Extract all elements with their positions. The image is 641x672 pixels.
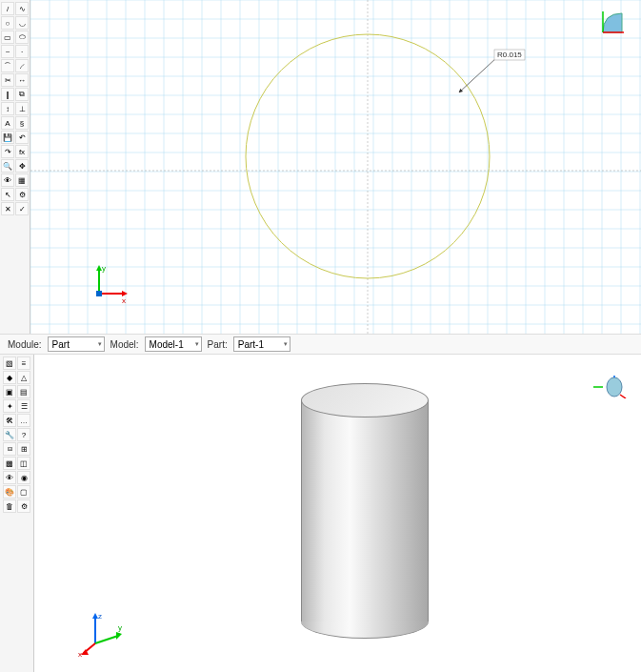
- view-button[interactable]: 👁: [1, 173, 14, 187]
- ellipse-button[interactable]: ⬭: [15, 31, 29, 44]
- query-button[interactable]: ?: [17, 428, 30, 441]
- redo-button[interactable]: ↷: [1, 145, 14, 158]
- part-manager-button[interactable]: ≡: [17, 356, 30, 370]
- done-button[interactable]: ✓: [15, 202, 29, 215]
- grid-button[interactable]: ▦: [15, 173, 29, 187]
- repair-button[interactable]: 🔧: [3, 428, 16, 441]
- delete-button[interactable]: 🗑: [3, 499, 16, 513]
- create-part-button[interactable]: ▧: [3, 356, 16, 370]
- render-button[interactable]: ◉: [17, 471, 30, 484]
- module-select[interactable]: Part: [48, 336, 105, 352]
- svg-marker-68: [116, 632, 122, 640]
- trim-button[interactable]: ✂: [1, 73, 14, 87]
- datum-button[interactable]: ✦: [3, 399, 16, 413]
- point-button[interactable]: ·: [15, 45, 29, 58]
- fillet-button[interactable]: ⌒: [1, 59, 14, 72]
- sets-button[interactable]: ☰: [17, 399, 30, 413]
- misc-button[interactable]: …: [17, 414, 30, 427]
- mesh-button[interactable]: ▩: [3, 457, 16, 470]
- zoom-button[interactable]: 🔍: [1, 159, 14, 173]
- section-button[interactable]: ◫: [17, 457, 30, 470]
- partition-button[interactable]: ▤: [17, 385, 30, 398]
- options-button[interactable]: ⚙: [15, 188, 29, 201]
- options-button[interactable]: ⚙: [17, 499, 30, 513]
- shape-button[interactable]: ◆: [3, 371, 16, 384]
- exit-button[interactable]: ✕: [1, 202, 14, 215]
- undo-button[interactable]: ↶: [15, 131, 29, 144]
- svg-marker-65: [92, 613, 98, 619]
- offset-button[interactable]: ‖: [1, 88, 14, 101]
- part-select[interactable]: Part-1: [233, 336, 290, 352]
- mirror-button[interactable]: ⧉: [15, 88, 29, 101]
- chamfer-button[interactable]: ⟋: [15, 59, 29, 72]
- model-select[interactable]: Model-1: [145, 336, 202, 352]
- part-toolbar: ▧≡◆△▣▤✦☰🛠…🔧?⧈⊞▩◫👁◉🎨▢🗑⚙: [0, 355, 34, 672]
- symbol-button[interactable]: §: [15, 116, 29, 130]
- context-bar: Module: Part Model: Model-1 Part: Part-1: [0, 334, 641, 355]
- instance-button[interactable]: ⊞: [17, 442, 30, 456]
- module-label: Module:: [8, 339, 42, 350]
- text-button[interactable]: A: [1, 116, 14, 130]
- fx-button[interactable]: fx: [15, 145, 29, 158]
- pan-button[interactable]: ✥: [15, 159, 29, 173]
- part-csys-triad: z y x: [78, 611, 126, 659]
- svg-point-73: [607, 377, 622, 397]
- svg-line-76: [620, 395, 626, 398]
- sketch-canvas[interactable]: R0.015 y x: [30, 0, 641, 334]
- svg-line-53: [459, 57, 497, 92]
- geometry-button[interactable]: △: [17, 371, 30, 384]
- svg-marker-71: [81, 649, 89, 655]
- arc-button[interactable]: ◡: [15, 16, 29, 30]
- radius-dimension[interactable]: R0.015: [459, 50, 525, 92]
- dimension-button[interactable]: ↕: [1, 102, 14, 115]
- spline-button[interactable]: ~: [1, 45, 14, 58]
- save-button[interactable]: 💾: [1, 131, 14, 144]
- part-pane: Module: Part Model: Model-1 Part: Part-1…: [0, 334, 641, 672]
- svg-line-67: [95, 636, 118, 643]
- radius-dimension-text: R0.015: [497, 51, 522, 59]
- rectangle-button[interactable]: ▭: [1, 31, 14, 44]
- model-label: Model:: [110, 339, 139, 350]
- color-button[interactable]: 🎨: [3, 485, 16, 499]
- extend-button[interactable]: ↔: [15, 73, 29, 87]
- part-label: Part:: [208, 339, 228, 350]
- assembly-button[interactable]: ⧈: [3, 442, 16, 456]
- svg-text:x: x: [78, 650, 82, 659]
- sketch-pane: /∿○◡▭⬭~·⌒⟋✂↔‖⧉↕⊥A§💾↶↷fx🔍✥👁▦↖⚙✕✓ R0.015 y: [0, 0, 641, 334]
- display-button[interactable]: ▢: [17, 485, 30, 499]
- part-canvas[interactable]: z y x: [34, 355, 641, 672]
- circle-button[interactable]: ○: [1, 16, 14, 30]
- svg-text:y: y: [118, 623, 122, 632]
- line-button[interactable]: /: [1, 2, 14, 15]
- select-button[interactable]: ↖: [1, 188, 14, 201]
- constraint-button[interactable]: ⊥: [15, 102, 29, 115]
- view-orientation-cube[interactable]: [591, 376, 628, 398]
- tools-button[interactable]: 🛠: [3, 414, 16, 427]
- part-cylinder[interactable]: [301, 383, 429, 639]
- sketch-grid: R0.015: [30, 0, 641, 334]
- sketch-toolbar: /∿○◡▭⬭~·⌒⟋✂↔‖⧉↕⊥A§💾↶↷fx🔍✥👁▦↖⚙✕✓: [0, 0, 30, 334]
- svg-line-70: [84, 643, 95, 653]
- svg-text:z: z: [98, 612, 102, 621]
- feature-button[interactable]: ▣: [3, 385, 16, 398]
- polyline-button[interactable]: ∿: [15, 2, 29, 15]
- view-button[interactable]: 👁: [3, 471, 16, 484]
